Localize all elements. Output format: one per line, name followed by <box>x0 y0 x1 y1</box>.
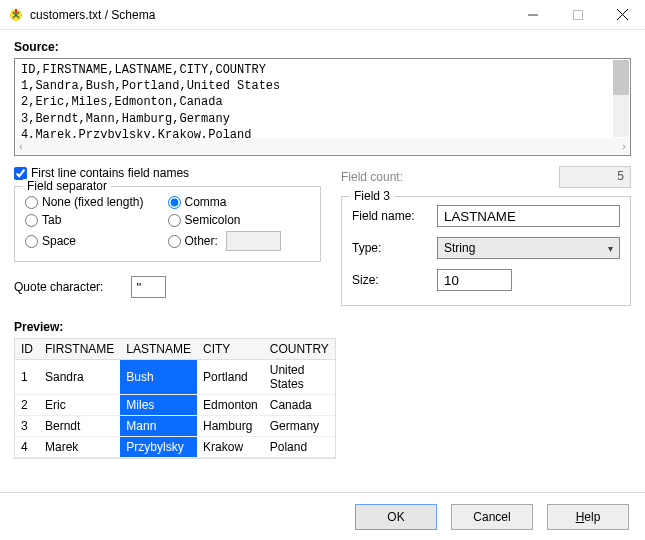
quote-label: Quote character: <box>14 280 103 294</box>
table-cell[interactable]: Eric <box>39 395 120 416</box>
svg-rect-3 <box>573 10 582 19</box>
titlebar: customers.txt / Schema <box>0 0 645 30</box>
scroll-left-icon[interactable]: ‹ <box>19 140 23 152</box>
field-details-group: Field 3 Field name: Type: String ▾ Size: <box>341 196 631 306</box>
firstline-checkbox-label: First line contains field names <box>31 166 189 180</box>
radio-semicolon[interactable] <box>168 214 181 227</box>
field-details-legend: Field 3 <box>350 189 394 203</box>
vertical-scrollbar[interactable] <box>613 60 629 137</box>
preview-label: Preview: <box>14 320 631 334</box>
table-cell[interactable]: 4 <box>15 437 39 458</box>
table-cell[interactable]: Germany <box>264 416 335 437</box>
radio-other[interactable] <box>168 235 181 248</box>
table-cell[interactable]: Edmonton <box>197 395 264 416</box>
minimize-button[interactable] <box>510 0 555 29</box>
ok-button[interactable]: OK <box>355 504 437 530</box>
svg-rect-1 <box>15 9 17 13</box>
table-cell[interactable]: Sandra <box>39 360 120 395</box>
help-button[interactable]: Help <box>547 504 629 530</box>
radio-space[interactable] <box>25 235 38 248</box>
fieldcount-value: 5 <box>559 166 631 188</box>
table-cell[interactable]: Marek <box>39 437 120 458</box>
preview-table[interactable]: IDFIRSTNAMELASTNAMECITYCOUNTRY 1SandraBu… <box>14 338 336 459</box>
radio-none[interactable] <box>25 196 38 209</box>
table-cell[interactable]: Hamburg <box>197 416 264 437</box>
close-button[interactable] <box>600 0 645 29</box>
table-cell[interactable]: Przybylsky <box>120 437 197 458</box>
field-separator-legend: Field separator <box>23 179 111 193</box>
table-cell[interactable]: Portland <box>197 360 264 395</box>
type-select-value: String <box>444 241 475 255</box>
column-header[interactable]: FIRSTNAME <box>39 339 120 360</box>
table-cell[interactable]: Berndt <box>39 416 120 437</box>
column-header[interactable]: CITY <box>197 339 264 360</box>
table-cell[interactable]: Krakow <box>197 437 264 458</box>
table-cell[interactable]: Mann <box>120 416 197 437</box>
dialog-footer: OK Cancel Help <box>0 492 645 540</box>
window-title: customers.txt / Schema <box>30 8 510 22</box>
app-icon <box>8 7 24 23</box>
size-label: Size: <box>352 273 437 287</box>
table-cell[interactable]: Canada <box>264 395 335 416</box>
scroll-right-icon[interactable]: › <box>622 140 626 152</box>
table-cell[interactable]: Poland <box>264 437 335 458</box>
table-cell[interactable]: United States <box>264 360 335 395</box>
source-label: Source: <box>14 40 631 54</box>
column-header[interactable]: COUNTRY <box>264 339 335 360</box>
table-cell[interactable]: Miles <box>120 395 197 416</box>
column-header[interactable]: ID <box>15 339 39 360</box>
table-cell[interactable]: 1 <box>15 360 39 395</box>
fieldname-label: Field name: <box>352 209 437 223</box>
column-header[interactable]: LASTNAME <box>120 339 197 360</box>
table-cell[interactable]: 3 <box>15 416 39 437</box>
fieldcount-label: Field count: <box>341 170 451 184</box>
chevron-down-icon: ▾ <box>608 243 613 254</box>
fieldname-input[interactable] <box>437 205 620 227</box>
horizontal-scrollbar[interactable]: ‹ › <box>16 138 629 154</box>
field-separator-group: Field separator None (fixed length) Comm… <box>14 186 321 262</box>
firstline-checkbox[interactable] <box>14 167 27 180</box>
source-text-content: ID,FIRSTNAME,LASTNAME,CITY,COUNTRY 1,San… <box>15 59 630 146</box>
radio-tab[interactable] <box>25 214 38 227</box>
cancel-button[interactable]: Cancel <box>451 504 533 530</box>
table-row[interactable]: 2EricMilesEdmontonCanada <box>15 395 335 416</box>
radio-comma[interactable] <box>168 196 181 209</box>
quote-input[interactable] <box>131 276 166 298</box>
type-select[interactable]: String ▾ <box>437 237 620 259</box>
other-separator-input <box>226 231 281 251</box>
table-row[interactable]: 3BerndtMannHamburgGermany <box>15 416 335 437</box>
source-textarea[interactable]: ID,FIRSTNAME,LASTNAME,CITY,COUNTRY 1,San… <box>14 58 631 156</box>
table-row[interactable]: 1SandraBushPortlandUnited States <box>15 360 335 395</box>
maximize-button[interactable] <box>555 0 600 29</box>
table-cell[interactable]: 2 <box>15 395 39 416</box>
size-input[interactable] <box>437 269 512 291</box>
table-cell[interactable]: Bush <box>120 360 197 395</box>
table-row[interactable]: 4MarekPrzybylskyKrakowPoland <box>15 437 335 458</box>
type-label: Type: <box>352 241 437 255</box>
